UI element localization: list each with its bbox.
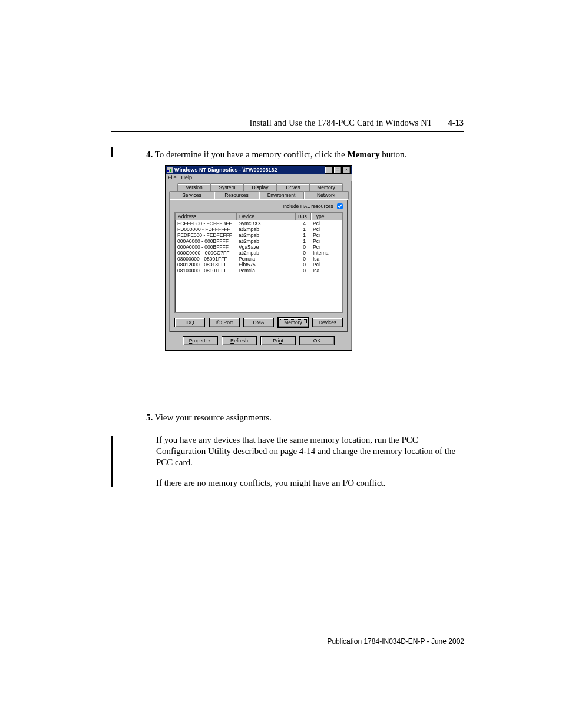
cell-address: FEDFE000 - FEDFEFFF [175, 232, 236, 238]
resources-panel: Include HAL resources Address Device. Bu… [169, 199, 348, 332]
nt-diagnostics-window: Windows NT Diagnostics - \\TW00903132 _ … [165, 165, 352, 351]
tab-resources[interactable]: Resources [214, 191, 259, 199]
refresh-button[interactable]: Refresh [222, 336, 257, 345]
list-header: Address Device. Bus Type [175, 212, 342, 220]
step-number: 4. [146, 150, 153, 159]
cell-address: FCFFFB00 - FCFFFBFF [175, 220, 236, 226]
tab-drives[interactable]: Drives [276, 183, 310, 191]
step-text-after: button. [379, 150, 406, 159]
table-row[interactable]: 08012000 - 08013FFFElbt5750Pci [175, 262, 342, 268]
tab-memory[interactable]: Memory [309, 183, 343, 191]
col-address[interactable]: Address [175, 212, 236, 220]
step-text: To determine if you have a memory confli… [155, 150, 348, 159]
io-port-button[interactable]: I/O Port [209, 318, 240, 327]
dma-button[interactable]: DMA [243, 318, 274, 327]
cell-device: ati2mpab [236, 232, 295, 238]
properties-button[interactable]: Properties [183, 336, 218, 345]
tab-network[interactable]: Network [303, 191, 349, 199]
step-4: 4. To determine if you have a memory con… [146, 150, 464, 160]
hal-checkbox-row: Include HAL resources [174, 203, 343, 209]
cell-address: 000C0000 - 000CC7FF [175, 250, 236, 256]
paragraph-1: If you have any devices that have the sa… [156, 434, 464, 469]
table-row[interactable]: FD000000 - FDFFFFFFati2mpab1Pci [175, 226, 342, 232]
cell-bus: 0 [295, 250, 310, 256]
memory-list[interactable]: Address Device. Bus Type FCFFFB00 - FCFF… [174, 212, 343, 313]
tab-version[interactable]: Version [177, 183, 211, 191]
cell-type: Pci [310, 226, 342, 232]
header-rule [111, 131, 464, 132]
cell-device: SymcBXX [236, 220, 295, 226]
menu-help[interactable]: Help [181, 174, 193, 180]
cell-type: Pci [310, 244, 342, 250]
table-row[interactable]: 000C0000 - 000CC7FFati2mpab0Internal [175, 250, 342, 256]
cell-type: Isa [310, 268, 342, 274]
cell-type: Isa [310, 256, 342, 262]
revision-bar [111, 436, 113, 487]
tab-system[interactable]: System [210, 183, 244, 191]
col-device[interactable]: Device. [236, 212, 295, 220]
page-number: 4-13 [448, 118, 464, 128]
cell-type: Pci [310, 220, 342, 226]
step-5: 5. View your resource assignments. [146, 413, 464, 423]
cell-address: FD000000 - FDFFFFFF [175, 226, 236, 232]
cell-address: 000A0000 - 000BFFFF [175, 244, 236, 250]
menu-file[interactable]: File [168, 174, 177, 180]
publication-footer: Publication 1784-IN034D-EN-P - June 2002 [327, 637, 464, 645]
hal-checkbox[interactable] [337, 203, 343, 209]
cell-bus: 1 [295, 232, 310, 238]
cell-bus: 0 [295, 256, 310, 262]
cell-address: 000A0000 - 000BFFFF [175, 238, 236, 244]
cell-address: 08100000 - 08101FFF [175, 268, 236, 274]
cell-type: Pci [310, 232, 342, 238]
svg-rect-2 [170, 169, 171, 172]
running-head: Install and Use the 1784-PCC Card in Win… [249, 118, 432, 128]
devices-button[interactable]: Devices [312, 318, 343, 327]
cell-bus: 0 [295, 268, 310, 274]
dialog-bottom-buttons: Properties Refresh Print OK [166, 332, 352, 350]
revision-bar [111, 147, 113, 157]
table-row[interactable]: FEDFE000 - FEDFEFFFati2mpab1Pci [175, 232, 342, 238]
table-row[interactable]: 08000000 - 08001FFFPcmcia0Isa [175, 256, 342, 262]
cell-address: 08012000 - 08013FFF [175, 262, 236, 268]
table-row[interactable]: 000A0000 - 000BFFFFVgaSave0Pci [175, 244, 342, 250]
memory-bold: Memory [347, 150, 379, 159]
table-row[interactable]: 000A0000 - 000BFFFFati2mpab1Pci [175, 238, 342, 244]
table-row[interactable]: FCFFFB00 - FCFFFBFFSymcBXX4Pci [175, 220, 342, 226]
cell-bus: 0 [295, 244, 310, 250]
step-number: 5. [146, 413, 153, 422]
svg-rect-1 [167, 170, 169, 172]
cell-type: Pci [310, 262, 342, 268]
irq-button[interactable]: IRQ [174, 318, 205, 327]
tab-services[interactable]: Services [169, 191, 214, 199]
step-text: View your resource assignments. [155, 413, 272, 422]
memory-button[interactable]: Memory [278, 318, 309, 327]
cell-device: VgaSave [236, 244, 295, 250]
title-bar[interactable]: Windows NT Diagnostics - \\TW00903132 _ … [166, 166, 352, 174]
cell-device: Elbt575 [236, 262, 295, 268]
tab-display[interactable]: Display [243, 183, 277, 191]
page: Install and Use the 1784-PCC Card in Win… [0, 0, 562, 728]
list-body: FCFFFB00 - FCFFFBFFSymcBXX4PciFD000000 -… [175, 220, 342, 274]
cell-type: Internal [310, 250, 342, 256]
paragraph-2: If there are no memory conflicts, you mi… [156, 477, 464, 489]
cell-device: ati2mpab [236, 226, 295, 232]
app-icon [167, 167, 173, 173]
print-button[interactable]: Print [260, 336, 296, 345]
ok-button[interactable]: OK [299, 336, 335, 345]
table-row[interactable]: 08100000 - 08101FFFPcmcia0Isa [175, 268, 342, 274]
col-type[interactable]: Type [310, 212, 342, 220]
cell-address: 08000000 - 08001FFF [175, 256, 236, 262]
tab-environment[interactable]: Environment [259, 191, 304, 199]
col-bus[interactable]: Bus [295, 212, 310, 220]
cell-device: ati2mpab [236, 250, 295, 256]
cell-bus: 1 [295, 226, 310, 232]
hal-checkbox-label: Include HAL resources [283, 203, 333, 209]
cell-bus: 1 [295, 238, 310, 244]
cell-type: Pci [310, 238, 342, 244]
maximize-button[interactable]: □ [333, 166, 342, 174]
cell-device: ati2mpab [236, 238, 295, 244]
minimize-button[interactable]: _ [325, 166, 333, 174]
menu-bar: File Help [166, 174, 352, 181]
close-button[interactable]: × [342, 166, 351, 174]
window-title: Windows NT Diagnostics - \\TW00903132 [174, 167, 324, 173]
